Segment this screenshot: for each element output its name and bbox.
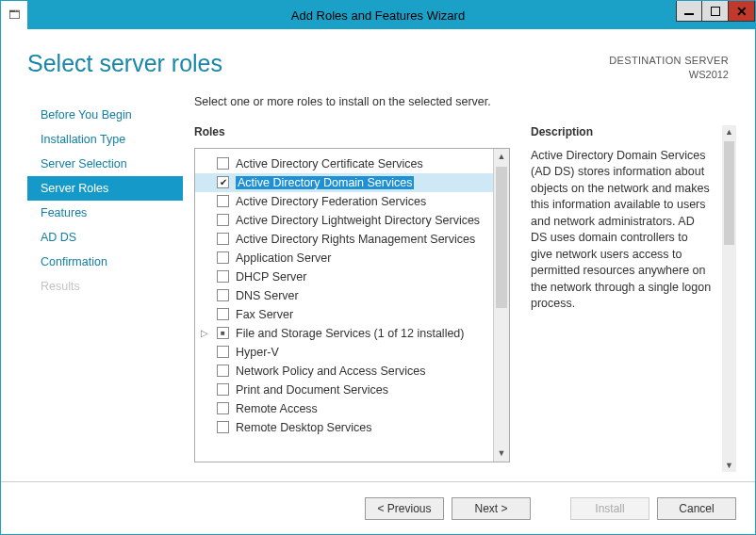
- role-checkbox[interactable]: [217, 308, 229, 320]
- role-label: Network Policy and Access Services: [236, 365, 425, 378]
- role-row[interactable]: Application Server: [195, 249, 493, 268]
- scroll-up-icon[interactable]: ▲: [722, 125, 736, 139]
- role-label: DNS Server: [236, 289, 299, 302]
- role-row[interactable]: Active Directory Certificate Services: [195, 154, 493, 173]
- scroll-down-icon[interactable]: ▼: [494, 446, 509, 462]
- role-checkbox[interactable]: [217, 383, 229, 396]
- window-controls: ✕: [676, 1, 755, 22]
- role-checkbox[interactable]: [217, 402, 229, 414]
- description-text: Active Directory Domain Services (AD DS)…: [531, 148, 712, 313]
- role-row[interactable]: Fax Server: [195, 305, 493, 324]
- wizard-nav: Before You BeginInstallation TypeServer …: [27, 95, 183, 481]
- role-checkbox[interactable]: [217, 233, 229, 245]
- role-row[interactable]: Hyper-V: [195, 343, 493, 362]
- roles-list[interactable]: Active Directory Certificate ServicesAct…: [195, 149, 493, 462]
- role-label: Print and Document Services: [236, 383, 388, 397]
- scroll-thumb[interactable]: [724, 141, 734, 245]
- role-checkbox[interactable]: [217, 421, 229, 433]
- role-label: Active Directory Federation Services: [236, 195, 426, 208]
- wizard-footer: < Previous Next > Install Cancel: [1, 481, 755, 534]
- role-label: Application Server: [236, 251, 331, 265]
- header: Select server roles DESTINATION SERVER W…: [1, 29, 755, 82]
- scroll-thumb[interactable]: [496, 167, 507, 308]
- roles-column: Roles Active Directory Certificate Servi…: [194, 125, 510, 481]
- role-row[interactable]: DNS Server: [195, 286, 493, 305]
- role-label: Active Directory Lightweight Directory S…: [236, 214, 480, 227]
- previous-button[interactable]: < Previous: [365, 497, 444, 520]
- role-label: Remote Access: [236, 402, 318, 415]
- system-menu-icon[interactable]: 🗔: [1, 1, 27, 29]
- role-label: Active Directory Rights Management Servi…: [236, 233, 475, 246]
- roles-scrollbar[interactable]: ▲ ▼: [493, 149, 509, 462]
- maximize-button[interactable]: [702, 1, 729, 22]
- nav-item[interactable]: Server Roles: [27, 176, 183, 201]
- role-row[interactable]: Print and Document Services: [195, 381, 493, 399]
- role-row[interactable]: DHCP Server: [195, 268, 493, 286]
- role-row[interactable]: Active Directory Federation Services: [195, 192, 493, 211]
- description-heading: Description: [531, 125, 712, 138]
- content-columns: Roles Active Directory Certificate Servi…: [194, 125, 740, 481]
- nav-item[interactable]: Features: [27, 201, 183, 225]
- role-row[interactable]: Network Policy and Access Services: [195, 362, 493, 381]
- cancel-button[interactable]: Cancel: [657, 497, 736, 520]
- main-area: Select one or more roles to install on t…: [183, 95, 740, 481]
- role-checkbox[interactable]: [217, 346, 229, 358]
- destination-value: WS2012: [609, 68, 729, 82]
- role-row[interactable]: Remote Desktop Services: [195, 418, 493, 437]
- role-label: File and Storage Services (1 of 12 insta…: [236, 327, 465, 340]
- wizard-body: Before You BeginInstallation TypeServer …: [1, 82, 755, 481]
- destination-info: DESTINATION SERVER WS2012: [609, 50, 729, 82]
- role-checkbox[interactable]: [217, 195, 229, 207]
- expander-icon[interactable]: ▷: [201, 328, 210, 338]
- role-label: Hyper-V: [236, 346, 279, 359]
- role-checkbox[interactable]: [217, 251, 229, 264]
- role-row[interactable]: Active Directory Rights Management Servi…: [195, 230, 493, 249]
- next-button[interactable]: Next >: [452, 497, 531, 520]
- close-button[interactable]: ✕: [729, 1, 755, 22]
- titlebar[interactable]: 🗔 Add Roles and Features Wizard ✕: [1, 1, 755, 29]
- scroll-up-icon[interactable]: ▲: [494, 149, 509, 165]
- role-row[interactable]: Active Directory Lightweight Directory S…: [195, 211, 493, 230]
- description-scrollbar[interactable]: ▲ ▼: [722, 125, 736, 472]
- page-title: Select server roles: [27, 50, 222, 82]
- scroll-down-icon[interactable]: ▼: [722, 458, 736, 472]
- destination-label: DESTINATION SERVER: [609, 54, 729, 68]
- role-checkbox[interactable]: [217, 365, 229, 377]
- nav-item[interactable]: Server Selection: [27, 152, 183, 176]
- role-checkbox[interactable]: [217, 327, 229, 339]
- description-column: Description Active Directory Domain Serv…: [531, 125, 740, 481]
- install-button: Install: [570, 497, 649, 520]
- role-label: Active Directory Certificate Services: [236, 157, 423, 170]
- nav-item[interactable]: Confirmation: [27, 250, 183, 274]
- role-label: Active Directory Domain Services: [236, 176, 414, 189]
- role-checkbox[interactable]: [217, 270, 229, 283]
- role-label: Fax Server: [236, 308, 293, 321]
- minimize-button[interactable]: [676, 1, 702, 22]
- role-label: Remote Desktop Services: [236, 421, 372, 434]
- roles-heading: Roles: [194, 125, 510, 138]
- nav-item[interactable]: Before You Begin: [27, 103, 183, 127]
- nav-item: Results: [27, 274, 183, 299]
- instruction-text: Select one or more roles to install on t…: [194, 95, 740, 108]
- window-title: Add Roles and Features Wizard: [1, 8, 755, 23]
- nav-item[interactable]: AD DS: [27, 225, 183, 250]
- role-checkbox[interactable]: [217, 289, 229, 301]
- roles-listbox: Active Directory Certificate ServicesAct…: [194, 148, 510, 462]
- role-row[interactable]: Active Directory Domain Services: [195, 173, 493, 192]
- wizard-window: 🗔 Add Roles and Features Wizard ✕ Select…: [0, 0, 756, 535]
- role-label: DHCP Server: [236, 270, 306, 284]
- role-checkbox[interactable]: [217, 157, 229, 170]
- role-row[interactable]: ▷File and Storage Services (1 of 12 inst…: [195, 324, 493, 343]
- nav-item[interactable]: Installation Type: [27, 127, 183, 152]
- role-checkbox[interactable]: [217, 176, 229, 188]
- role-checkbox[interactable]: [217, 214, 229, 226]
- role-row[interactable]: Remote Access: [195, 399, 493, 418]
